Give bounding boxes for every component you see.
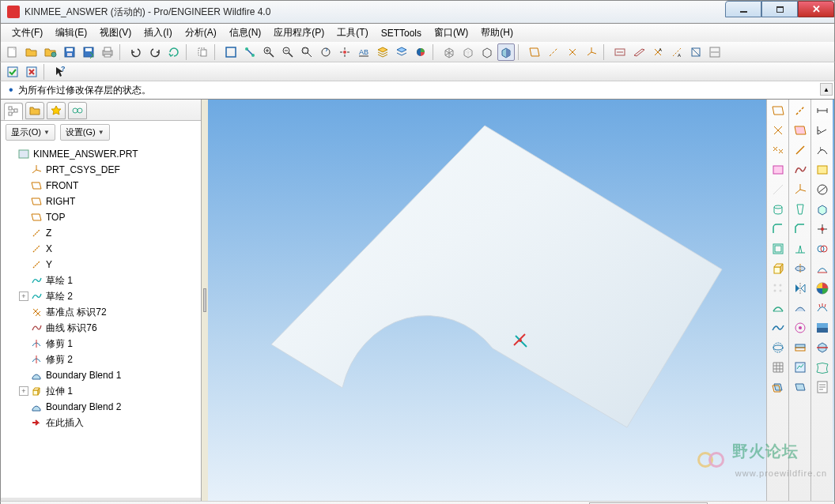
show-dropdown[interactable]: 显示(O)▼ — [6, 124, 55, 141]
thicken-tool[interactable] — [791, 338, 810, 357]
accept-button[interactable] — [4, 63, 21, 81]
select-chain-button[interactable] — [241, 43, 259, 61]
tree-item[interactable]: +拉伸 1 — [3, 383, 201, 399]
redisplay-button[interactable] — [317, 43, 334, 61]
revolve-tool[interactable] — [791, 259, 810, 278]
tab-connections[interactable] — [68, 102, 87, 119]
global-interference[interactable] — [813, 239, 832, 258]
tab-folder[interactable] — [25, 102, 44, 119]
menu-analysis[interactable]: 分析(A) — [179, 24, 223, 41]
tree-item[interactable]: 修剪 1 — [3, 336, 201, 352]
display-wireframe-button[interactable] — [440, 43, 458, 61]
sweep-tool[interactable] — [791, 299, 810, 318]
tree-item[interactable]: 基准点 标识72 — [3, 304, 201, 320]
minimize-button[interactable] — [725, 1, 761, 17]
curve-tool[interactable] — [791, 160, 810, 179]
extrude-tool[interactable] — [769, 259, 788, 278]
style-tool[interactable] — [791, 318, 810, 337]
boundary-tool[interactable] — [769, 299, 788, 318]
measure-diameter[interactable] — [813, 180, 832, 199]
tree-item[interactable]: 草绘 1 — [3, 273, 201, 288]
tree-item[interactable]: X — [3, 241, 201, 257]
plane-tool2[interactable] — [791, 121, 810, 140]
menu-file[interactable]: 文件(F) — [6, 24, 49, 41]
datum-tag-button[interactable]: A — [649, 43, 667, 61]
datum-point-button[interactable] — [564, 43, 581, 61]
datum-plane-button[interactable] — [526, 43, 543, 61]
tree-item[interactable]: Boundary Blend 1 — [3, 367, 201, 383]
analysis-surface[interactable] — [813, 358, 832, 377]
menu-help[interactable]: 帮助(H) — [474, 24, 520, 41]
menu-view[interactable]: 视图(V) — [93, 24, 138, 41]
display-nohidden-button[interactable] — [478, 43, 496, 61]
spin-center-button[interactable] — [336, 43, 353, 61]
analysis-shade[interactable] — [813, 318, 832, 337]
settings-dropdown[interactable]: 设置(G)▼ — [60, 124, 110, 141]
save-copy-button[interactable] — [80, 43, 97, 61]
save-button[interactable] — [61, 43, 78, 61]
tree-item[interactable]: KINMEE_ANSWER.PRT — [3, 146, 201, 162]
tree-item[interactable]: FRONT — [3, 178, 201, 194]
tree-item[interactable]: Z — [3, 225, 201, 241]
redo-button[interactable] — [146, 43, 164, 61]
tab-model-tree[interactable] — [4, 103, 23, 120]
offset-srf-tool[interactable] — [769, 378, 788, 397]
srf-copy-tool[interactable] — [791, 378, 810, 397]
model-tree[interactable]: KINMEE_ANSWER.PRTPRT_CSYS_DEFFRONTRIGHTT… — [1, 143, 201, 501]
misc2[interactable] — [687, 43, 705, 61]
aux-axis-tool[interactable] — [791, 101, 810, 120]
axis-tool2[interactable] — [791, 141, 810, 160]
analysis-curvature[interactable] — [813, 299, 832, 318]
tree-item[interactable]: PRT_CSYS_DEF — [3, 162, 201, 178]
menu-insert[interactable]: 插入(I) — [138, 24, 178, 41]
menu-info[interactable]: 信息(N) — [223, 24, 268, 41]
tab-favorites[interactable] — [47, 102, 66, 119]
blend-tool[interactable] — [769, 318, 788, 337]
datum-plane-tool-button[interactable] — [630, 43, 648, 61]
measure-angle[interactable] — [813, 121, 832, 140]
extend-tool[interactable] — [769, 338, 788, 357]
menu-tools[interactable]: 工具(T) — [331, 24, 374, 41]
measure-area[interactable] — [813, 160, 832, 179]
regen-button[interactable] — [165, 43, 183, 61]
menu-apps[interactable]: 应用程序(P) — [267, 24, 331, 41]
rect-tool[interactable] — [769, 160, 788, 179]
shell-tool[interactable] — [769, 239, 788, 258]
zoom-out-button[interactable] — [279, 43, 297, 61]
tree-item[interactable]: TOP — [3, 209, 201, 225]
tree-item[interactable]: 在此插入 — [3, 415, 201, 431]
point-x-tool[interactable] — [769, 121, 788, 140]
mirror-tool[interactable] — [791, 279, 810, 298]
measure-volume[interactable] — [813, 200, 832, 219]
menu-edit[interactable]: 编辑(E) — [49, 24, 93, 41]
tree-item[interactable]: 修剪 2 — [3, 352, 201, 367]
msg-scroll-button[interactable]: ▲ — [820, 83, 833, 96]
grid-tool[interactable] — [769, 358, 788, 377]
hole-tool[interactable] — [769, 200, 788, 219]
sash[interactable] — [202, 100, 208, 501]
set-workdir-button[interactable] — [42, 43, 59, 61]
display-shaded-button[interactable] — [497, 43, 515, 61]
misc1[interactable]: A — [668, 43, 686, 61]
point-xx-tool[interactable] — [769, 141, 788, 160]
misc3[interactable] — [706, 43, 724, 61]
measure-transform[interactable] — [813, 220, 832, 239]
zoom-in-button[interactable] — [260, 43, 278, 61]
round-tool[interactable] — [769, 220, 788, 239]
help-cursor-button[interactable]: ? — [51, 63, 69, 81]
tree-item[interactable]: +草绘 2 — [3, 288, 201, 304]
tree-item[interactable]: RIGHT — [3, 194, 201, 209]
menu-settools[interactable]: SETTools — [375, 26, 428, 40]
datum-axis-button[interactable] — [545, 43, 562, 61]
cancel-feat-button[interactable] — [23, 63, 40, 81]
open-button[interactable] — [23, 43, 40, 61]
view-manager-button[interactable] — [393, 43, 410, 61]
draft-check[interactable] — [813, 259, 832, 278]
analysis-section[interactable] — [813, 338, 832, 357]
draft-tool[interactable] — [791, 200, 810, 219]
maximize-button[interactable] — [761, 1, 798, 17]
zoom-fit-button[interactable] — [298, 43, 315, 61]
copy-button[interactable] — [194, 43, 211, 61]
plane-tool[interactable] — [769, 101, 788, 120]
chamfer-tool[interactable] — [791, 220, 810, 239]
